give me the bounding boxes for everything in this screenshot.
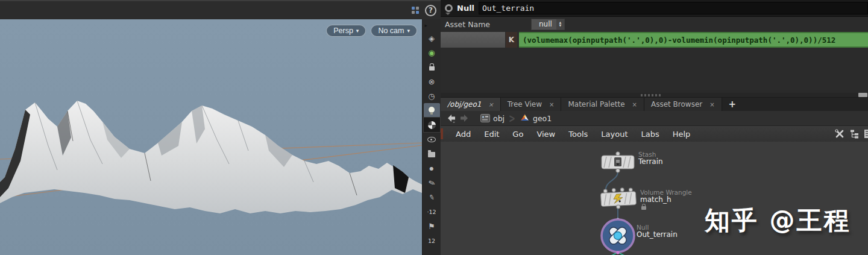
node-name-label: Out_terrain	[637, 230, 678, 239]
show-template-icon[interactable]	[424, 146, 440, 161]
marker-icon[interactable]: ⚑	[424, 219, 440, 233]
divider-grip-icon[interactable]	[641, 94, 662, 96]
asset-name-label: Asset Name	[441, 20, 531, 29]
node-null-out-terrain[interactable]	[602, 218, 634, 254]
lock-glyph	[429, 66, 435, 71]
folder-glyph	[428, 152, 435, 157]
new-tab-button[interactable]: +	[722, 98, 743, 111]
bulb-glyph	[429, 107, 435, 113]
menu-tools[interactable]: Tools	[562, 130, 594, 139]
point-numbers-icon[interactable]: ·12	[424, 204, 440, 219]
expression-field[interactable]: (volumemax(opinputpath('.',0),0)-volumem…	[519, 32, 868, 48]
close-icon[interactable]: ×	[549, 101, 554, 108]
divider-corner-handle[interactable]	[858, 93, 867, 97]
node-type-label: Null	[457, 4, 474, 13]
network-path-bar: obj > geo1	[441, 111, 868, 126]
node-volume-wrangle[interactable]	[600, 187, 637, 210]
chevron-down-icon: ▾	[356, 28, 359, 34]
viewport-pane-topbar: ?	[0, 0, 441, 19]
pane-expand-icon[interactable]: ▸	[424, 20, 440, 31]
no-camera-icon[interactable]: ⊗	[424, 74, 440, 89]
prim-numbers-icon[interactable]: 12	[424, 233, 440, 248]
persp-view-label: Persp	[333, 27, 353, 35]
menu-labs[interactable]: Labs	[634, 130, 665, 139]
menu-help[interactable]: Help	[666, 130, 697, 139]
parameter-panel-header: Null	[441, 0, 868, 17]
lock-icon[interactable]	[424, 60, 440, 74]
network-editor[interactable]: Stash Terrain Volume Wrangle match_h Nul…	[441, 142, 868, 255]
terrain-render	[0, 19, 422, 255]
close-icon[interactable]: ×	[488, 101, 493, 108]
node-name-label: Terrain	[638, 157, 663, 166]
tab-label: /obj/geo1	[447, 100, 481, 109]
spinner-down-icon: ▼	[559, 24, 561, 27]
tab-asset-browser[interactable]: Asset Browser ×	[644, 98, 722, 111]
node-name-field[interactable]	[479, 2, 868, 14]
spinner-icon[interactable]: ▲ ▼	[556, 19, 564, 30]
list-view-icon[interactable]	[864, 129, 868, 139]
forward-arrow-icon[interactable]	[461, 114, 470, 123]
pane-marker-icon	[441, 128, 443, 139]
snap-icon[interactable]: ◉	[424, 45, 440, 60]
null-node-type-icon[interactable]	[445, 4, 453, 12]
network-menubar: Add Edit Go View Tools Layout Labs Help	[441, 126, 868, 142]
locked-badge-icon	[641, 206, 646, 210]
keyframe-indicator[interactable]: K	[505, 32, 517, 48]
parameter-panel-body	[441, 48, 868, 92]
asset-name-dropdown[interactable]: null ▲ ▼	[531, 19, 565, 30]
view-mode-icon[interactable]: ◈	[424, 31, 440, 45]
menu-layout[interactable]: Layout	[594, 130, 634, 139]
breadcrumb-obj-label: obj	[493, 114, 505, 123]
camera-select-button[interactable]: No cam ▾	[371, 25, 417, 37]
breadcrumb-obj[interactable]: obj	[480, 114, 505, 123]
viewport-display-toolbar: ▸ ◈ ◉ ⊗ ◷ ● ✎ ✎ ·12 ⚑ 12	[422, 19, 441, 255]
tab-label: Tree View	[508, 100, 542, 109]
tab-tree-view[interactable]: Tree View ×	[501, 98, 562, 111]
tree-hierarchy-icon[interactable]	[850, 129, 859, 139]
watermark-text: 知乎 @王程	[705, 204, 851, 238]
breadcrumb-geo1[interactable]: geo1	[520, 114, 552, 123]
show-selection-icon[interactable]	[424, 132, 440, 146]
menu-edit[interactable]: Edit	[477, 130, 506, 139]
desktop-presets-icon[interactable]	[412, 7, 419, 14]
timeline-icon[interactable]: ◷	[424, 89, 440, 103]
sphere-glyph	[428, 121, 436, 129]
asset-name-value: null	[532, 19, 556, 30]
tools-wrench-icon[interactable]	[835, 129, 844, 139]
viewport-controls: Persp ▾ No cam ▾	[326, 25, 417, 37]
tab-material-palette[interactable]: Material Palette ×	[561, 98, 644, 111]
breadcrumb-geo1-label: geo1	[533, 114, 552, 123]
menu-view[interactable]: View	[530, 130, 562, 139]
back-arrow-icon[interactable]	[446, 114, 456, 123]
obj-network-icon	[480, 114, 490, 122]
tab-obj-geo1[interactable]: /obj/geo1 ×	[441, 98, 501, 111]
asset-name-row: Asset Name null ▲ ▼	[441, 17, 868, 31]
menubar-tools	[835, 129, 868, 139]
expression-row: K (volumemax(opinputpath('.',0),0)-volum…	[441, 32, 868, 48]
pane-tabbar: /obj/geo1 × Tree View × Material Palette…	[441, 98, 868, 111]
chevron-down-icon: ▾	[407, 28, 410, 34]
breadcrumb-separator-icon: >	[509, 112, 515, 125]
tab-label: Asset Browser	[651, 100, 702, 109]
persp-view-button[interactable]: Persp ▾	[326, 25, 366, 37]
close-icon[interactable]: ×	[709, 101, 714, 108]
houdini-app: ?	[0, 0, 868, 255]
tab-label: Material Palette	[568, 100, 624, 109]
close-icon[interactable]: ×	[632, 101, 637, 108]
camera-select-label: No cam	[378, 27, 404, 35]
geometry-node-icon	[520, 114, 530, 122]
brush-icon[interactable]: ✎	[421, 173, 441, 192]
smooth-shaded-icon[interactable]	[424, 118, 440, 132]
menu-add[interactable]: Add	[449, 130, 477, 139]
menu-go[interactable]: Go	[506, 130, 530, 139]
eye-glyph	[427, 137, 436, 142]
lightbulb-icon[interactable]	[424, 103, 440, 118]
pen-icon[interactable]: ✎	[423, 189, 439, 204]
scene-viewport[interactable]: Persp ▾ No cam ▾	[0, 19, 422, 255]
node-stash-terrain[interactable]	[602, 152, 634, 172]
pane-divider[interactable]	[441, 92, 868, 98]
help-icon[interactable]: ?	[425, 5, 436, 16]
parm-label-field[interactable]: K	[441, 32, 517, 48]
node-name-label: match_h	[640, 195, 671, 204]
